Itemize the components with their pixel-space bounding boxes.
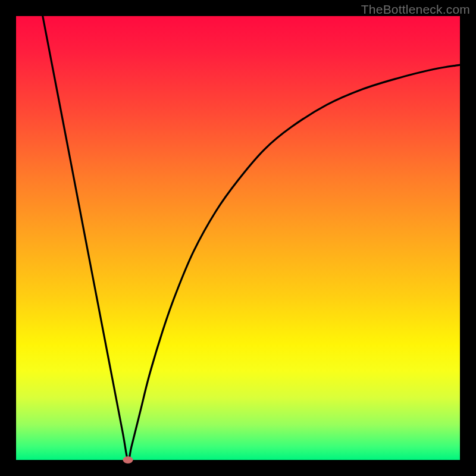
bottleneck-curve (16, 16, 460, 460)
chart-plot-area (16, 16, 460, 460)
watermark-text: TheBottleneck.com (361, 2, 470, 17)
chart-frame: TheBottleneck.com (0, 0, 476, 476)
minimum-point-marker (123, 456, 133, 464)
